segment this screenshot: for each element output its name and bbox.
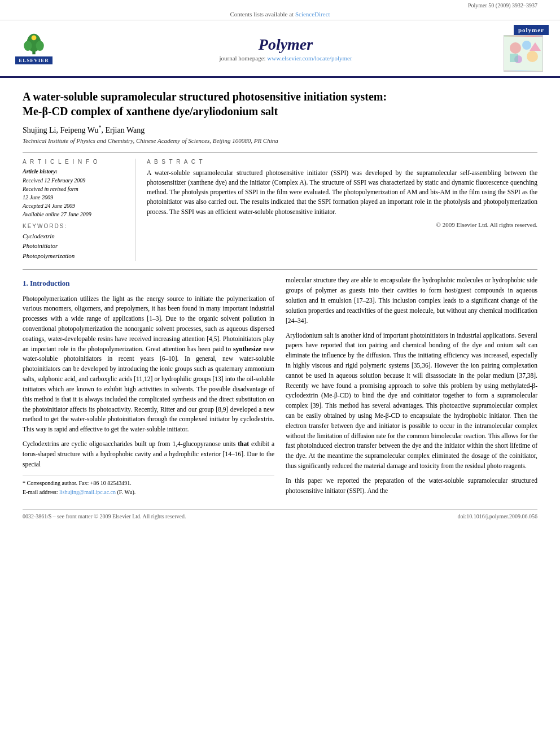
synthesize-highlight: synthesize xyxy=(233,346,261,352)
keywords-label: Keywords: xyxy=(23,223,126,229)
abstract-label: A B S T R A C T xyxy=(147,159,537,165)
body-section: 1. Introduction Photopolymerization util… xyxy=(23,276,537,500)
svg-point-2 xyxy=(24,41,32,51)
affiliation: Technical Institute of Physics and Chemi… xyxy=(23,137,537,144)
authors: Shujing Li, Feipeng Wu*, Erjian Wang xyxy=(23,124,537,135)
elsevier-logo: ELSEVIER xyxy=(11,33,56,64)
article-info-label: A R T I C L E I N F O xyxy=(23,159,126,165)
article-info-abstract-section: A R T I C L E I N F O Article history: R… xyxy=(23,159,537,261)
body-para-1: Photopolymerization utilizes the light a… xyxy=(23,294,274,435)
svg-point-8 xyxy=(527,51,538,62)
body-column-right: molecular structure they are able to enc… xyxy=(286,276,537,500)
footnote-email: E-mail address: lishujing@mail.ipc.ac.cn… xyxy=(23,488,274,497)
history-label: Article history: xyxy=(23,168,126,174)
body-para-4: Aryliodonium salt is another kind of imp… xyxy=(286,331,537,471)
abstract-column: A B S T R A C T A water-soluble supramol… xyxy=(147,159,537,261)
article-history: Article history: Received 12 February 20… xyxy=(23,168,126,219)
elsevier-tree-icon xyxy=(17,33,51,55)
svg-point-3 xyxy=(36,41,44,51)
copyright: © 2009 Elsevier Ltd. All rights reserved… xyxy=(147,221,537,228)
body-para-2: Cyclodextrins are cyclic oligosaccharide… xyxy=(23,439,274,469)
keywords-section: Keywords: Cyclodextrin Photoinitiator Ph… xyxy=(23,223,126,261)
available-date: Available online 27 June 2009 xyxy=(23,210,126,219)
polymer-badge: polymer xyxy=(514,25,549,35)
divider-middle xyxy=(23,269,537,270)
that-highlight: that xyxy=(238,440,249,447)
issn-line: 0032-3861/$ – see front matter © 2009 El… xyxy=(23,513,186,519)
contents-available-text: Contents lists available at xyxy=(230,11,294,18)
keyword-photoinitiator: Photoinitiator xyxy=(23,241,126,251)
keyword-photopolymerization: Photopolymerization xyxy=(23,251,126,261)
journal-title-area: Polymer journal homepage: www.elsevier.c… xyxy=(68,36,504,62)
body-para-5: In this paper we reported the preparatio… xyxy=(286,476,537,496)
sciencedirect-bar: Contents lists available at ScienceDirec… xyxy=(0,8,560,20)
journal-homepage-link[interactable]: www.elsevier.com/locate/polymer xyxy=(267,55,352,62)
body-para-3: molecular structure they are able to enc… xyxy=(286,276,537,326)
bottom-bar: 0032-3861/$ – see front matter © 2009 El… xyxy=(23,509,537,519)
svg-point-6 xyxy=(510,42,521,54)
sciencedirect-link[interactable]: ScienceDirect xyxy=(295,11,330,18)
polymer-logo-area: polymer xyxy=(504,25,549,72)
sciencedirect-notice: Contents lists available at ScienceDirec… xyxy=(56,11,504,18)
svg-point-4 xyxy=(32,35,37,40)
svg-point-7 xyxy=(522,41,531,50)
journal-title: Polymer xyxy=(68,36,504,54)
section1-heading: 1. Introduction xyxy=(23,278,274,289)
polymer-cover-image xyxy=(504,35,543,72)
page-content: A water-soluble supramolecular structure… xyxy=(0,78,560,531)
svg-rect-10 xyxy=(510,54,518,62)
divider-top xyxy=(23,152,537,153)
body-column-left: 1. Introduction Photopolymerization util… xyxy=(23,276,274,500)
accepted-date: Accepted 24 June 2009 xyxy=(23,202,126,210)
keyword-cyclodextrin: Cyclodextrin xyxy=(23,231,126,242)
received-revised: Received in revised form12 June 2009 xyxy=(23,185,126,202)
abstract-text: A water-soluble supramolecular structure… xyxy=(147,168,537,217)
article-title: A water-soluble supramolecular structure… xyxy=(23,89,537,119)
journal-header: ELSEVIER Polymer journal homepage: www.e… xyxy=(0,20,560,78)
journal-homepage: journal homepage: www.elsevier.com/locat… xyxy=(68,55,504,62)
email-link[interactable]: lishujing@mail.ipc.ac.cn xyxy=(59,489,116,495)
received-date: Received 12 February 2009 xyxy=(23,176,126,185)
footnote-corresponding: * Corresponding author. Fax: +86 10 8254… xyxy=(23,479,274,488)
footnote-area: * Corresponding author. Fax: +86 10 8254… xyxy=(23,475,274,497)
doi-line: doi:10.1016/j.polymer.2009.06.056 xyxy=(458,513,537,519)
volume-reference: Polymer 50 (2009) 3932–3937 xyxy=(0,0,560,8)
article-info-column: A R T I C L E I N F O Article history: R… xyxy=(23,159,135,261)
elsevier-label: ELSEVIER xyxy=(15,56,53,64)
